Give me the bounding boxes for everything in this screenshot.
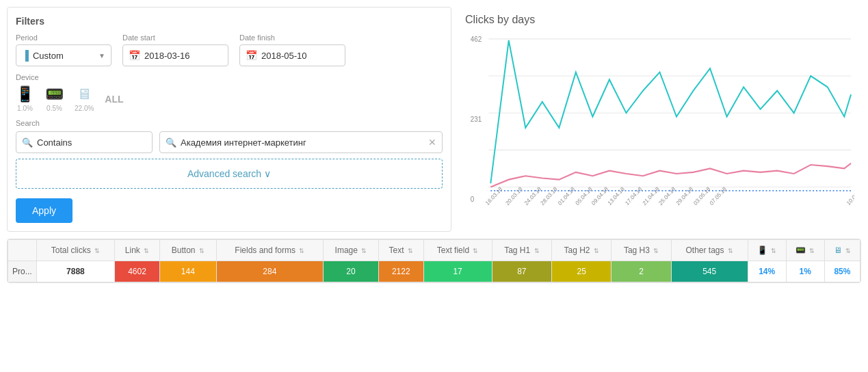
table-header-row: Total clicks ⇅ Link ⇅ Button ⇅ Fields an…	[8, 240, 860, 261]
svg-text:09.04.18: 09.04.18	[590, 185, 609, 207]
sort-icon: ⇅	[728, 248, 733, 254]
sort-icon: ⇅	[408, 248, 413, 254]
mobile-icon: 📱	[16, 85, 34, 103]
th-text[interactable]: Text ⇅	[378, 240, 423, 261]
device-tablet[interactable]: 📟 0.5%	[45, 85, 64, 112]
svg-text:20.03.18: 20.03.18	[505, 185, 524, 207]
search-type-wrapper[interactable]: 🔍 Contains	[16, 131, 153, 153]
cell-button: 144	[159, 261, 216, 282]
advanced-search-button[interactable]: Advanced search ∨	[16, 159, 443, 189]
device-mobile[interactable]: 📱 1.0%	[16, 85, 34, 112]
date-start-wrapper[interactable]: 📅	[122, 44, 228, 66]
th-tag-h1[interactable]: Tag H1 ⇅	[492, 240, 551, 261]
svg-text:05.04.18: 05.04.18	[575, 185, 594, 207]
svg-text:07.05.18: 07.05.18	[709, 185, 728, 207]
desktop-pct: 22.0%	[75, 105, 94, 112]
sort-icon: ⇅	[653, 248, 659, 254]
search-section: Search 🔍 Contains 🔍 ✕	[16, 119, 443, 189]
svg-text:16.03.18: 16.03.18	[484, 185, 503, 207]
tablet-pct: 0.5%	[47, 105, 62, 112]
table-row: Pro... 7888 4602 144 284 20 2122 17 87 2…	[8, 261, 860, 282]
search-type-select[interactable]: Contains	[37, 137, 146, 148]
sort-icon: ⇅	[473, 248, 478, 254]
date-start-label: Date start	[122, 34, 228, 42]
search-clear-button[interactable]: ✕	[428, 137, 436, 148]
advanced-search-label: Advanced search ∨	[187, 168, 271, 179]
device-label: Device	[16, 73, 443, 81]
cell-link: 4602	[115, 261, 160, 282]
th-other-tags[interactable]: Other tags ⇅	[671, 240, 748, 261]
date-finish-wrapper[interactable]: 📅	[239, 44, 345, 66]
filters-title: Filters	[16, 16, 443, 27]
svg-text:17.04.18: 17.04.18	[624, 185, 643, 207]
svg-text:0: 0	[471, 196, 475, 204]
device-all[interactable]: ALL	[105, 94, 123, 105]
date-finish-label: Date finish	[239, 34, 345, 42]
filters-panel: Filters Period ▐ Custom ▼ Date start	[7, 7, 451, 232]
th-link[interactable]: Link ⇅	[115, 240, 160, 261]
svg-text:03.05.18: 03.05.18	[693, 185, 712, 207]
chart-panel: Clicks by days 462 231 0	[458, 7, 861, 232]
tablet-icon: 📟	[45, 85, 64, 103]
th-tag-h3[interactable]: Tag H3 ⇅	[611, 240, 671, 261]
sort-icon: ⇅	[299, 248, 304, 254]
period-arrow-icon: ▼	[98, 52, 105, 59]
period-label: Period	[16, 34, 111, 42]
mobile-pct: 1.0%	[17, 105, 33, 112]
th-tag-h2[interactable]: Tag H2 ⇅	[552, 240, 611, 261]
sort-icon: ⇅	[594, 248, 599, 254]
th-tablet[interactable]: 📟 ⇅	[786, 240, 824, 261]
svg-text:231: 231	[471, 116, 482, 124]
device-all-label: ALL	[105, 94, 123, 105]
sort-icon: ⇅	[771, 248, 776, 254]
sort-icon: ⇅	[534, 248, 540, 254]
filter-row-period: Period ▐ Custom ▼ Date start 📅	[16, 34, 443, 66]
svg-text:462: 462	[471, 36, 482, 44]
search-input[interactable]	[181, 137, 428, 148]
device-desktop[interactable]: 🖥 22.0%	[75, 85, 94, 112]
cell-total-clicks: 7888	[36, 261, 115, 282]
period-select-wrapper[interactable]: ▐ Custom ▼	[16, 44, 111, 66]
th-fields[interactable]: Fields and forms ⇅	[216, 240, 323, 261]
sort-icon: ⇅	[361, 248, 367, 254]
results-table: Total clicks ⇅ Link ⇅ Button ⇅ Fields an…	[8, 239, 860, 282]
chart-area: 462 231 0 16.03.18	[465, 31, 854, 209]
search-select-icon: 🔍	[22, 137, 33, 148]
period-icon: ▐	[22, 50, 29, 61]
search-row: 🔍 Contains 🔍 ✕	[16, 131, 443, 153]
calendar-finish-icon: 📅	[246, 50, 257, 61]
cell-image: 20	[323, 261, 378, 282]
th-button[interactable]: Button ⇅	[159, 240, 216, 261]
desktop-icon: 🖥	[77, 85, 92, 103]
th-image[interactable]: Image ⇅	[323, 240, 378, 261]
period-select[interactable]: Custom	[33, 51, 96, 61]
period-group: Period ▐ Custom ▼	[16, 34, 111, 66]
date-finish-input[interactable]	[261, 51, 330, 61]
apply-button[interactable]: Apply	[16, 198, 73, 223]
th-desktop[interactable]: 🖥 ⇅	[824, 240, 860, 261]
search-input-wrapper[interactable]: 🔍 ✕	[159, 131, 443, 153]
chart-title: Clicks by days	[465, 14, 854, 26]
th-text-field[interactable]: Text field ⇅	[423, 240, 492, 261]
calendar-start-icon: 📅	[129, 50, 140, 61]
svg-text:24.03.18: 24.03.18	[523, 185, 542, 207]
th-empty	[8, 240, 37, 261]
cell-text: 2122	[378, 261, 423, 282]
sort-icon: ⇅	[809, 248, 815, 254]
search-label: Search	[16, 119, 443, 127]
sort-icon: ⇅	[94, 248, 100, 254]
sort-icon: ⇅	[845, 248, 851, 254]
th-mobile[interactable]: 📱 ⇅	[748, 240, 786, 261]
data-table: Total clicks ⇅ Link ⇅ Button ⇅ Fields an…	[7, 239, 861, 283]
device-section: Device 📱 1.0% 📟 0.5% 🖥 22.0%	[16, 73, 443, 112]
cell-tablet-pct: 1%	[786, 261, 824, 282]
date-start-group: Date start 📅	[122, 34, 228, 66]
sort-icon: ⇅	[199, 248, 205, 254]
date-start-input[interactable]	[144, 51, 213, 61]
cell-tag-h3: 2	[611, 261, 671, 282]
svg-text:10.05.18: 10.05.18	[845, 185, 854, 207]
sort-icon: ⇅	[144, 248, 149, 254]
search-input-icon: 🔍	[166, 137, 176, 148]
date-finish-group: Date finish 📅	[239, 34, 345, 66]
th-total-clicks[interactable]: Total clicks ⇅	[36, 240, 115, 261]
